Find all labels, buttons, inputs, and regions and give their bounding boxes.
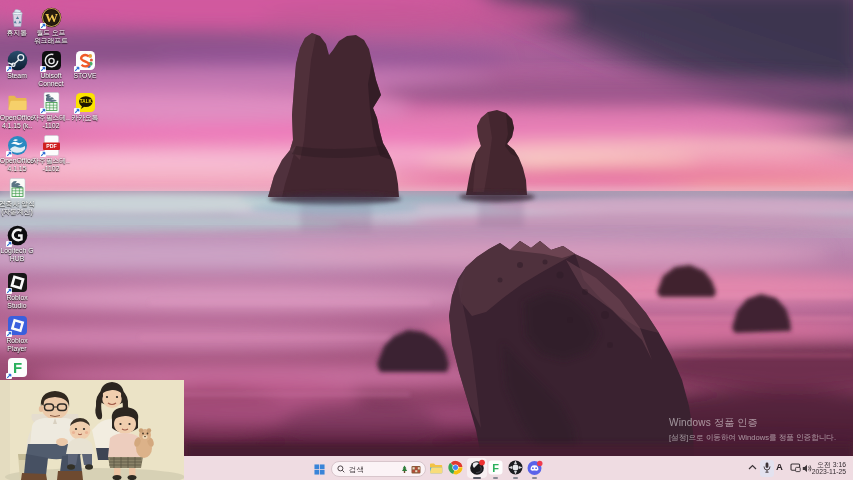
svg-text:TALK: TALK bbox=[79, 99, 92, 104]
svg-text:W: W bbox=[45, 10, 58, 25]
svg-text:F: F bbox=[12, 359, 21, 376]
svg-text:PDF: PDF bbox=[46, 143, 56, 149]
